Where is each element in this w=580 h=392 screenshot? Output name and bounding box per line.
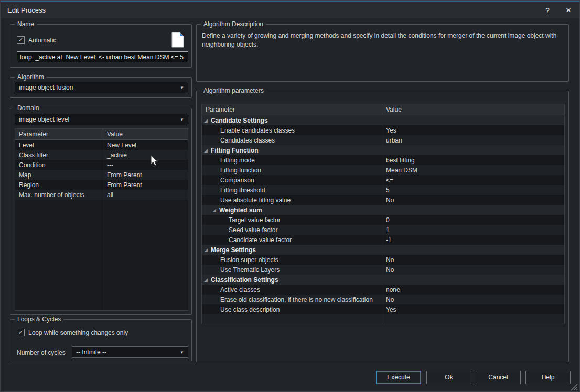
algorithm-parameters-group: Algorithm parameters Parameter Value ◢Ca… xyxy=(196,91,569,362)
domain-col-value[interactable]: Value xyxy=(103,129,188,139)
help-icon[interactable]: ? xyxy=(539,2,556,18)
param-group-row[interactable]: ◢Candidate Settings xyxy=(202,115,564,125)
param-value: No xyxy=(382,295,564,304)
param-row[interactable]: Candidates classesurban xyxy=(202,135,564,145)
domain-table-row[interactable]: Condition--- xyxy=(15,160,188,170)
param-value xyxy=(382,314,564,324)
domain-param-label: Class filter xyxy=(15,150,103,160)
param-group-label: Merge Settings xyxy=(211,246,256,254)
param-value: -1 xyxy=(382,235,564,245)
titlebar[interactable]: Edit Process ? ✕ xyxy=(1,2,580,18)
domain-table: Parameter Value LevelNew LevelClass filt… xyxy=(15,128,188,311)
domain-table-row[interactable]: Max. number of objectsall xyxy=(15,190,188,200)
help-button[interactable]: Help xyxy=(525,371,571,384)
param-row[interactable]: Fitting modebest fitting xyxy=(202,155,564,165)
domain-table-row[interactable]: RegionFrom Parent xyxy=(15,180,188,190)
domain-group-label: Domain xyxy=(15,104,41,112)
automatic-checkbox-label: Automatic xyxy=(28,37,56,44)
domain-param-value: _active xyxy=(103,150,188,160)
param-row[interactable]: Use class descriptionYes xyxy=(202,304,564,314)
param-label: Enable candidates classes xyxy=(202,125,382,135)
automatic-checkbox[interactable]: ✓ xyxy=(17,36,25,44)
loops-cycles-group: Loops & Cycles ✓ Loop while something ch… xyxy=(10,319,192,361)
domain-select-value: image object level xyxy=(19,116,69,123)
algorithm-description-text: Define a variety of growing and merging … xyxy=(202,31,564,49)
domain-table-row[interactable]: MapFrom Parent xyxy=(15,170,188,180)
domain-param-label: Max. number of objects xyxy=(15,190,103,200)
param-row[interactable]: Fusion super objectsNo xyxy=(202,255,564,265)
domain-table-row[interactable]: LevelNew Level xyxy=(15,140,188,150)
domain-param-label: Level xyxy=(15,140,103,150)
domain-col-parameter[interactable]: Parameter xyxy=(15,130,103,138)
window-title: Edit Process xyxy=(7,6,46,14)
algorithm-description-group: Algorithm Description Define a variety o… xyxy=(196,24,569,82)
close-icon[interactable]: ✕ xyxy=(560,2,577,18)
domain-table-row[interactable]: Class filter_active xyxy=(15,150,188,160)
param-label: Fitting threshold xyxy=(202,185,382,195)
param-value: urban xyxy=(382,135,564,145)
new-document-icon[interactable] xyxy=(171,32,184,49)
algorithm-group: Algorithm image object fusion ▼ xyxy=(10,77,192,98)
expanded-triangle-icon[interactable]: ◢ xyxy=(204,118,208,123)
param-label: Candidates classes xyxy=(202,135,382,145)
empty-row[interactable] xyxy=(202,314,564,324)
param-label: Erase old classification, if there is no… xyxy=(202,295,382,304)
param-label: Comparison xyxy=(202,175,382,185)
parameters-col-value[interactable]: Value xyxy=(382,104,564,115)
edit-process-dialog: Edit Process ? ✕ Name ✓ Automatic Algori… xyxy=(0,0,580,392)
param-row[interactable]: Active classesnone xyxy=(202,285,564,295)
parameters-table: Parameter Value ◢Candidate SettingsEnabl… xyxy=(201,104,565,324)
expanded-triangle-icon[interactable]: ◢ xyxy=(212,208,216,213)
parameters-table-header: Parameter Value xyxy=(202,104,564,115)
param-row[interactable]: Comparison<= xyxy=(202,175,564,185)
execute-button[interactable]: Execute xyxy=(376,371,421,384)
domain-param-label: Map xyxy=(15,170,103,180)
resize-grip-icon[interactable] xyxy=(570,383,578,392)
param-value: best fitting xyxy=(382,155,564,165)
domain-param-value: all xyxy=(103,190,188,200)
domain-param-value: New Level xyxy=(103,140,188,150)
param-label: Candidate value factor xyxy=(202,235,382,245)
number-of-cycles-select[interactable]: -- Infinite -- ▼ xyxy=(72,346,188,358)
ok-button[interactable]: Ok xyxy=(426,371,471,384)
param-group-row[interactable]: ◢Merge Settings xyxy=(202,245,564,255)
domain-table-header: Parameter Value xyxy=(15,129,188,140)
param-value: 0 xyxy=(382,215,564,225)
param-row[interactable]: Fitting functionMean DSM xyxy=(202,165,564,175)
param-row[interactable]: Erase old classification, if there is no… xyxy=(202,295,564,304)
process-name-input[interactable] xyxy=(17,51,188,62)
parameters-col-parameter[interactable]: Parameter xyxy=(202,106,382,113)
param-row[interactable]: Enable candidates classesYes xyxy=(202,125,564,135)
algorithm-select[interactable]: image object fusion ▼ xyxy=(15,82,188,93)
param-row[interactable]: Use absolute fitting valueNo xyxy=(202,195,564,205)
cancel-button[interactable]: Cancel xyxy=(476,371,521,384)
name-group: Name ✓ Automatic xyxy=(10,24,192,68)
param-row[interactable]: Candidate value factor-1 xyxy=(202,235,564,245)
param-group-row[interactable]: ◢Fitting Function xyxy=(202,145,564,155)
param-group-label: Weighted sum xyxy=(219,206,262,214)
domain-table-empty-area xyxy=(15,200,188,310)
number-of-cycles-value: -- Infinite -- xyxy=(76,349,106,356)
chevron-down-icon: ▼ xyxy=(180,117,184,122)
param-group-row[interactable]: ◢Classification Settings xyxy=(202,275,564,285)
param-row[interactable]: Fitting threshold5 xyxy=(202,185,564,195)
param-group-row[interactable]: ◢Weighted sum xyxy=(202,205,564,215)
param-group-label: Fitting Function xyxy=(211,147,259,154)
name-group-label: Name xyxy=(15,20,37,28)
param-row[interactable]: Seed value factor1 xyxy=(202,225,564,235)
loop-checkbox-row: ✓ Loop while something changes only xyxy=(17,329,128,336)
expanded-triangle-icon[interactable]: ◢ xyxy=(204,247,208,253)
param-label: Fitting mode xyxy=(202,155,382,165)
algorithm-description-label: Algorithm Description xyxy=(201,20,266,28)
param-row[interactable]: Use Thematic LayersNo xyxy=(202,265,564,275)
param-label: Target value factor xyxy=(202,215,382,225)
domain-select[interactable]: image object level ▼ xyxy=(15,114,188,125)
param-value: Yes xyxy=(382,304,564,314)
param-row[interactable]: Target value factor0 xyxy=(202,215,564,225)
number-of-cycles-label: Number of cycles xyxy=(17,349,66,356)
loop-while-changes-checkbox[interactable]: ✓ xyxy=(17,329,25,336)
expanded-triangle-icon[interactable]: ◢ xyxy=(204,277,208,282)
expanded-triangle-icon[interactable]: ◢ xyxy=(204,148,208,153)
param-value: No xyxy=(382,195,564,205)
param-label: Active classes xyxy=(202,285,382,295)
